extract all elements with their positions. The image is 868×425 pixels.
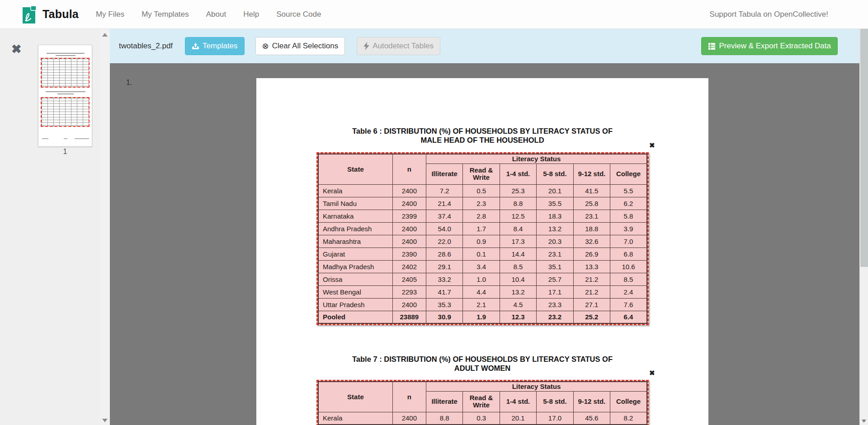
thumbnail-title-line: [57, 93, 74, 94]
table-selection-box-6[interactable]: StatenLiteracy StatusIlliterateRead & Wr…: [316, 152, 649, 325]
templates-icon: [192, 42, 199, 50]
table-row: West Bengal229341.74.413.217.121.22.4: [318, 285, 647, 298]
table-cell: West Bengal: [318, 285, 392, 298]
table-cell: 21.2: [573, 285, 610, 298]
table-cell: 1.7: [463, 222, 500, 235]
table-cell: 2.3: [463, 197, 500, 210]
thumbnail-footer-line: [75, 138, 89, 139]
table-cell: 27.1: [573, 298, 610, 311]
table-cell: 5.8: [610, 210, 647, 222]
table-cell: 13.2: [500, 285, 536, 298]
pdf-page[interactable]: Table 6 : DISTRIBUTION (%) OF HOUSEHOLDS…: [256, 78, 708, 425]
table-cell: 35.5: [537, 197, 573, 210]
thumbnail-title-line: [47, 53, 85, 54]
col-header: Illiterate: [426, 391, 462, 412]
table-row: Maharashtra240022.00.917.320.332.67.0: [318, 235, 647, 248]
vertical-scrollbar[interactable]: [859, 29, 868, 425]
table-cell: Kerala: [318, 412, 392, 425]
col-header: 1-4 std.: [500, 391, 536, 412]
table-cell: 6.8: [610, 248, 647, 260]
nav-item-help[interactable]: Help: [243, 10, 259, 19]
col-header: College: [610, 391, 647, 412]
table-cell: 2.8: [463, 210, 500, 222]
table-cell: 13.3: [573, 260, 610, 273]
col-header: Read & Write: [463, 163, 500, 184]
col-header: n: [392, 154, 426, 184]
tabula-logo-icon[interactable]: [20, 5, 38, 24]
selection-close-icon[interactable]: ✖: [649, 142, 655, 149]
scroll-down-icon[interactable]: [102, 419, 108, 422]
table-cell: 17.1: [537, 285, 573, 298]
table-cell: 0.9: [463, 235, 500, 248]
brand-title: Tabula: [42, 8, 79, 21]
table-cell: 22.0: [426, 235, 462, 248]
scroll-down-icon[interactable]: [862, 420, 866, 423]
selection-close-icon[interactable]: ✖: [649, 369, 655, 376]
templates-button[interactable]: Templates: [185, 37, 244, 55]
table-cell: 2399: [392, 210, 426, 222]
table-cell: 7.6: [610, 298, 647, 311]
table-cell: 0.1: [463, 248, 500, 260]
preview-export-button[interactable]: Preview & Export Extracted Data: [701, 37, 838, 55]
col-header: Read & Write: [463, 391, 500, 412]
table-selection-box-7[interactable]: StatenLiteracy StatusIlliterateRead & Wr…: [316, 380, 649, 425]
table-cell: 18.3: [537, 210, 573, 222]
col-header: State: [318, 154, 392, 184]
table-cell: 7.2: [426, 184, 462, 197]
table-row: Madhya Pradesh240229.13.48.535.113.310.6: [318, 260, 647, 273]
table-cell: 2293: [392, 285, 426, 298]
nav-item-my-files[interactable]: My Files: [96, 10, 124, 19]
table-cell: 2400: [392, 235, 426, 248]
close-icon[interactable]: ✖: [11, 43, 22, 56]
table-cell: 3.9: [610, 222, 647, 235]
nav-links: My Files My Templates About Help Source …: [96, 10, 321, 19]
table-cell: 14.4: [500, 248, 536, 260]
thumbnail-page-number: 1: [38, 148, 92, 156]
table-cell: 20.1: [500, 412, 536, 425]
nav-item-source-code[interactable]: Source Code: [276, 10, 321, 19]
table-cell: 25.3: [500, 184, 536, 197]
clear-all-selections-button[interactable]: ⊗ Clear All Selections: [255, 37, 345, 55]
sidebar-scrollbar[interactable]: [100, 29, 110, 425]
top-navbar: Tabula My Files My Templates About Help …: [0, 0, 868, 29]
table-cell: 28.6: [426, 248, 462, 260]
table-cell: Uttar Pradesh: [318, 298, 392, 311]
table-cell: 21.2: [573, 273, 610, 285]
page-number-label: 1.: [126, 79, 132, 87]
table-cell: Andhra Pradesh: [318, 222, 392, 235]
table-cell: 23.1: [573, 210, 610, 222]
nav-item-about[interactable]: About: [206, 10, 226, 19]
table-cell: 6.2: [610, 197, 647, 210]
table-cell: 12.3: [500, 311, 536, 323]
autodetect-tables-button[interactable]: Autodetect Tables: [357, 37, 440, 55]
scroll-up-icon[interactable]: [102, 33, 108, 37]
table-cell: 29.1: [426, 260, 462, 273]
page-thumbnail[interactable]: [38, 45, 92, 147]
table-cell: 41.5: [573, 184, 610, 197]
table-cell: 32.6: [573, 235, 610, 248]
table-cell: 25.7: [537, 273, 573, 285]
table-cell: 35.1: [537, 260, 573, 273]
col-header: n: [392, 382, 426, 412]
lightning-bolt-icon: [363, 42, 369, 50]
table-row: Tamil Nadu240021.42.38.835.525.86.2: [318, 197, 647, 210]
thumbnail-footer-line: [64, 138, 67, 139]
table-cell: Madhya Pradesh: [318, 260, 392, 273]
table-cell: 23889: [392, 311, 426, 323]
support-opencollective-link[interactable]: Support Tabula on OpenCollective!: [710, 10, 828, 19]
table7-title: Table 7 : DISTRIBUTION (%) OF HOUSEHOLDS…: [256, 355, 708, 373]
page-thumbnail-sidebar: ✖ 1: [0, 29, 110, 425]
table-cell: 20.1: [537, 184, 573, 197]
table-cell: 18.8: [573, 222, 610, 235]
table-cell: 1.0: [463, 273, 500, 285]
scrollbar-thumb[interactable]: [860, 29, 868, 267]
table-cell: 2400: [392, 412, 426, 425]
table-cell: Pooled: [318, 311, 392, 323]
table-cell: 8.2: [610, 412, 647, 425]
nav-item-my-templates[interactable]: My Templates: [142, 10, 189, 19]
col-header: Illiterate: [426, 163, 462, 184]
table-cell: 6.4: [610, 311, 647, 323]
table-cell: 54.0: [426, 222, 462, 235]
table-cell: 20.3: [537, 235, 573, 248]
table-row: Kerala24007.20.525.320.141.55.5: [318, 184, 647, 197]
